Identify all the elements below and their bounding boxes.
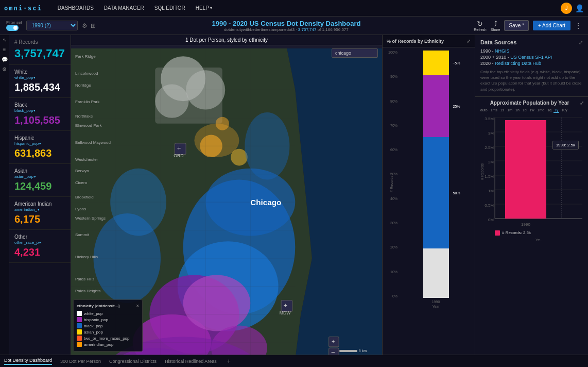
- cursor-icon[interactable]: ↖: [3, 37, 7, 43]
- pop-chart-legend: # Records: 2.5k: [479, 230, 584, 236]
- time-btn-1s[interactable]: 1s: [499, 108, 505, 113]
- black-field-dropdown[interactable]: black_pop ▾: [14, 108, 65, 113]
- layers-icon[interactable]: ⊞: [91, 22, 96, 29]
- nav-dashboards[interactable]: DASHBOARDS: [58, 5, 94, 11]
- filter-toggle[interactable]: [6, 25, 22, 31]
- nav-sql-editor[interactable]: SQL EDITOR: [154, 5, 185, 11]
- time-btn-1mo[interactable]: 1mo: [537, 108, 546, 113]
- data-sources-header: Data Sources ⤢: [480, 39, 583, 45]
- ethnicity-y-axis: 100% 90% 80% 70% 60% 50% 40% 30% 20% 10%…: [385, 51, 399, 298]
- nhgis-link[interactable]: NHGIS: [495, 48, 510, 54]
- nav-help[interactable]: HELP ▾: [196, 5, 212, 11]
- svg-rect-4: [155, 68, 222, 124]
- data-source-2000: 2000 + 2010 - US Census SF1 API: [480, 55, 583, 60]
- year-filter-select[interactable]: 1990 (2): [26, 21, 78, 30]
- time-btn-1h[interactable]: 1h: [514, 108, 521, 113]
- white-metric-card: White white_pop ▾ 1,885,434: [9, 65, 71, 98]
- white-field-dropdown[interactable]: white_pop ▾: [14, 75, 65, 80]
- pop-bar-chart: 3.5M 3M 2.5M 2M 1.5M 1M 0.5M 0M: [479, 115, 584, 228]
- svg-text:# Records: # Records: [480, 163, 484, 179]
- map-labels: Park Ridge Lincolnwood Norridge Franklin…: [75, 54, 111, 295]
- black-dropdown-icon: ▾: [33, 109, 36, 113]
- svg-text:0M: 0M: [488, 218, 494, 222]
- add-tab-icon[interactable]: +: [227, 358, 231, 365]
- refresh-button[interactable]: ↻ Refresh: [474, 20, 487, 31]
- white-metric-value: 1,885,434: [14, 81, 65, 93]
- svg-text:+: +: [332, 338, 335, 344]
- census-api-link[interactable]: US Census SF1 API: [510, 55, 552, 60]
- main-content: ↖ ≡ 💬 ⚙ # Records 3,757,747 White white_…: [0, 35, 588, 367]
- amerindian-metric-label: American Indian: [14, 201, 65, 207]
- data-sources-expand-icon[interactable]: ⤢: [579, 40, 583, 45]
- svg-text:MDW: MDW: [280, 310, 291, 315]
- header-actions: J 👤: [561, 3, 584, 14]
- time-btn-1d[interactable]: 1d: [522, 108, 528, 113]
- time-btn-1y[interactable]: 1y: [554, 108, 559, 113]
- more-options-icon[interactable]: ⋮: [575, 22, 582, 30]
- tab-congressional[interactable]: Congressional Districts: [109, 359, 157, 364]
- time-btn-1q[interactable]: 1q: [546, 108, 552, 113]
- map-area[interactable]: 1 Dot per Person, styled by ethnicity: [71, 35, 382, 367]
- other-metric-label: Other: [14, 234, 65, 240]
- time-controls: auto 1ms 1s 1m 1h 1d 1w 1mo 1q 1y 10y: [479, 108, 584, 113]
- ethnicity-panel-header: % of Records by Ethnicity ⤢: [383, 35, 475, 47]
- time-btn-1ms[interactable]: 1ms: [490, 108, 498, 113]
- map-search-input[interactable]: [332, 48, 378, 58]
- pop-chart-x-title: Ye...: [479, 238, 584, 242]
- data-sources-section: Data Sources ⤢ 1990 - NHGIS 2000 + 2010 …: [475, 35, 588, 97]
- chat-icon[interactable]: 💬: [2, 57, 8, 62]
- time-btn-10y[interactable]: 10y: [560, 108, 568, 113]
- white-dropdown-icon: ▾: [33, 76, 36, 80]
- time-btn-auto[interactable]: auto: [479, 108, 489, 113]
- asian-metric-card: Asian asian_pop ▾ 124,459: [9, 164, 71, 197]
- filter-set-area: Filter set: [6, 20, 22, 31]
- svg-rect-62: [505, 120, 546, 219]
- tab-300-dot[interactable]: 300 Dot Per Person: [60, 359, 101, 364]
- records-title: # Records: [14, 39, 65, 45]
- other-metric-value: 4,231: [14, 246, 65, 258]
- svg-text:Chicago: Chicago: [250, 198, 281, 207]
- amerindian-metric-value: 6,175: [14, 213, 65, 225]
- layers-panel-icon[interactable]: ≡: [3, 47, 6, 53]
- legend-item-black: black_pop: [77, 323, 139, 328]
- pop-chart-expand-icon[interactable]: ⤢: [580, 100, 584, 106]
- pop-legend-label: # Records: 2.5k: [502, 230, 531, 235]
- tab-redlined[interactable]: Historical Redlined Areas: [165, 359, 217, 364]
- add-chart-button[interactable]: + Add Chart: [533, 21, 570, 30]
- records-value: 3,757,747: [14, 47, 65, 60]
- hispanic-field-dropdown[interactable]: hispanic_pop ▾: [14, 141, 65, 146]
- redistricting-link[interactable]: Redistricting Data Hub: [495, 61, 541, 66]
- map-legend: ethnicity [dotdensit...] × white_pop his…: [73, 299, 143, 352]
- filter-icon[interactable]: ⚙: [82, 22, 88, 29]
- svg-text:ORD: ORD: [174, 153, 183, 158]
- black-metric-card: Black black_pop ▾ 1,105,585: [9, 98, 71, 131]
- svg-text:1.5M: 1.5M: [485, 174, 494, 179]
- user-icon[interactable]: 👤: [575, 4, 584, 12]
- settings-icon[interactable]: ⚙: [2, 66, 7, 72]
- bottom-tab-bar: Dot Density Dashboard 300 Dot Per Person…: [0, 355, 588, 367]
- nav-data-manager[interactable]: DATA MANAGER: [104, 5, 144, 11]
- save-button[interactable]: Save *: [504, 20, 528, 31]
- legend-close-icon[interactable]: ×: [136, 303, 139, 309]
- amerindian-field-dropdown[interactable]: amerindian_ ▾: [14, 207, 65, 212]
- pop-chart-title: Approximate Population by Year: [479, 100, 580, 106]
- svg-text:1M: 1M: [488, 189, 494, 193]
- logo[interactable]: omni·sci: [4, 5, 42, 12]
- tab-dot-density[interactable]: Dot Density Dashboard: [4, 358, 52, 365]
- records-card: # Records 3,757,747: [9, 35, 71, 65]
- asian-field-dropdown[interactable]: asian_pop ▾: [14, 174, 65, 179]
- map-title: 1 Dot per Person, styled by ethnicity: [185, 37, 268, 43]
- legend-item-hispanic: hispanic_pop: [77, 317, 139, 322]
- share-icon: ⤴: [494, 20, 497, 28]
- hispanic-metric-value: 631,863: [14, 147, 65, 159]
- data-source-1990: 1990 - NHGIS: [480, 48, 583, 54]
- share-button[interactable]: ⤴ Share: [491, 20, 500, 31]
- time-btn-1w[interactable]: 1w: [529, 108, 535, 113]
- hispanic-dropdown-icon: ▾: [39, 142, 41, 146]
- ethnicity-panel-expand-icon[interactable]: ⤢: [466, 38, 471, 44]
- time-btn-1m[interactable]: 1m: [506, 108, 513, 113]
- asian-dropdown-icon: ▾: [34, 175, 36, 179]
- other-field-dropdown[interactable]: other_race_p ▾: [14, 240, 65, 245]
- filter-set-label: Filter set: [6, 20, 22, 25]
- ethnicity-chart-title: % of Records by Ethnicity: [387, 39, 444, 44]
